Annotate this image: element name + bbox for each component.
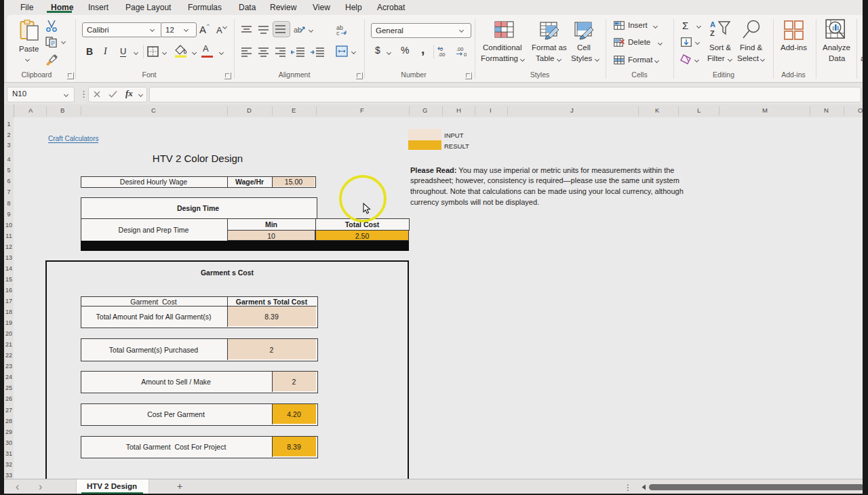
svg-text:.00: .00: [438, 52, 445, 57]
svg-text:c: c: [336, 30, 340, 36]
svg-text:Z: Z: [710, 29, 715, 37]
svg-text:A: A: [710, 20, 715, 28]
svg-text:.00: .00: [456, 46, 463, 52]
svg-text:ab: ab: [294, 26, 302, 34]
svg-text:0: 0: [464, 52, 467, 57]
